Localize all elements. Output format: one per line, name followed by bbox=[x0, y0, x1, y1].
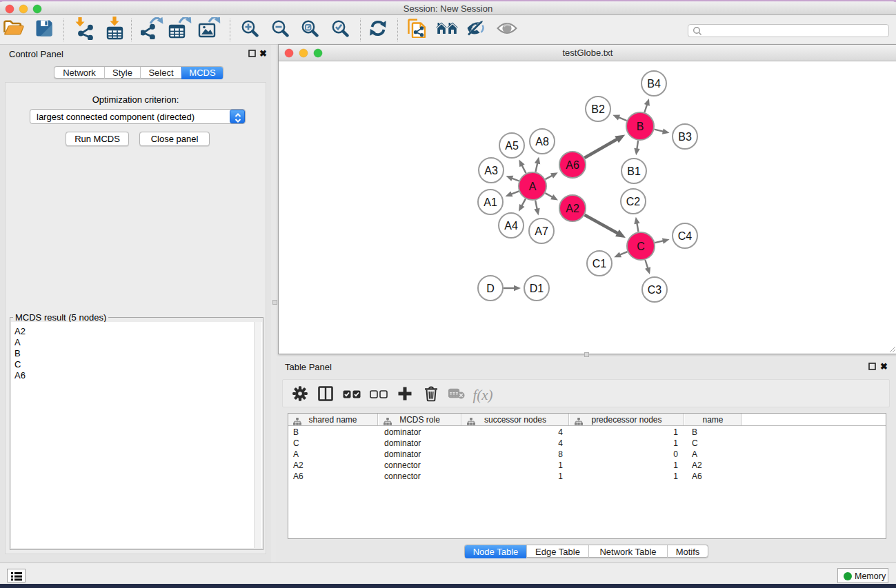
svg-text:A8: A8 bbox=[535, 136, 549, 148]
svg-text:A6: A6 bbox=[566, 159, 579, 171]
svg-text:B2: B2 bbox=[591, 103, 605, 115]
svg-text:A: A bbox=[529, 181, 537, 192]
svg-text:C: C bbox=[637, 241, 645, 252]
svg-text:A5: A5 bbox=[505, 140, 519, 152]
svg-text:B4: B4 bbox=[647, 78, 661, 90]
svg-text:A2: A2 bbox=[566, 203, 579, 214]
svg-text:D: D bbox=[486, 283, 495, 294]
svg-text:D1: D1 bbox=[530, 283, 544, 294]
svg-text:B1: B1 bbox=[627, 165, 641, 177]
svg-text:C1: C1 bbox=[593, 258, 607, 270]
svg-text:B: B bbox=[637, 121, 644, 132]
svg-text:C4: C4 bbox=[678, 230, 693, 242]
svg-text:A1: A1 bbox=[484, 196, 497, 208]
svg-text:B3: B3 bbox=[678, 131, 692, 143]
svg-text:C2: C2 bbox=[626, 196, 641, 207]
svg-text:A3: A3 bbox=[484, 165, 498, 176]
svg-text:A4: A4 bbox=[504, 220, 518, 232]
svg-text:A7: A7 bbox=[535, 225, 548, 237]
svg-text:C3: C3 bbox=[648, 284, 662, 296]
